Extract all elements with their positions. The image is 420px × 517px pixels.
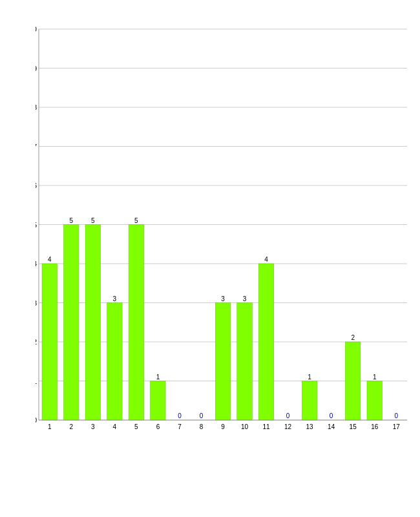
svg-text:14: 14 <box>328 423 335 430</box>
svg-text:16: 16 <box>371 423 379 430</box>
svg-text:0: 0 <box>330 412 333 419</box>
svg-text:1: 1 <box>308 374 311 381</box>
chart-container: 012345678910 415253345516070839310411012… <box>0 0 420 517</box>
svg-rect-32 <box>345 342 360 420</box>
svg-text:0: 0 <box>178 412 182 419</box>
svg-text:13: 13 <box>306 423 314 430</box>
svg-text:4: 4 <box>113 423 117 430</box>
svg-text:0: 0 <box>36 416 37 424</box>
svg-rect-29 <box>237 303 252 421</box>
svg-text:6: 6 <box>156 423 160 430</box>
svg-text:5: 5 <box>134 217 138 224</box>
svg-text:4: 4 <box>36 260 37 268</box>
svg-rect-26 <box>129 225 143 421</box>
svg-text:10: 10 <box>36 25 37 33</box>
svg-text:5: 5 <box>70 217 74 224</box>
svg-rect-23 <box>64 225 79 421</box>
svg-text:5: 5 <box>36 221 37 229</box>
svg-text:5: 5 <box>134 423 138 430</box>
svg-text:9: 9 <box>221 423 225 430</box>
bar-chart: 012345678910 415253345516070839310411012… <box>36 23 410 452</box>
svg-rect-33 <box>367 381 382 421</box>
chart-title <box>0 0 420 10</box>
svg-text:0: 0 <box>394 412 398 419</box>
svg-text:1: 1 <box>48 423 52 430</box>
svg-text:3: 3 <box>91 423 95 430</box>
svg-text:0: 0 <box>200 412 204 419</box>
svg-text:2: 2 <box>351 334 355 341</box>
svg-text:11: 11 <box>262 423 270 430</box>
svg-text:1: 1 <box>373 374 377 381</box>
svg-text:12: 12 <box>284 423 292 430</box>
svg-text:3: 3 <box>243 295 247 302</box>
svg-text:7: 7 <box>36 143 37 151</box>
svg-rect-30 <box>258 264 273 420</box>
svg-text:9: 9 <box>36 65 37 72</box>
svg-text:2: 2 <box>70 423 74 430</box>
svg-rect-27 <box>151 381 165 421</box>
svg-rect-28 <box>215 303 230 421</box>
svg-text:3: 3 <box>113 295 117 302</box>
svg-rect-25 <box>107 303 122 421</box>
svg-rect-22 <box>42 264 57 420</box>
svg-rect-31 <box>302 381 317 421</box>
svg-text:7: 7 <box>178 423 182 430</box>
svg-text:1: 1 <box>156 374 160 381</box>
svg-text:5: 5 <box>91 217 95 224</box>
svg-text:0: 0 <box>286 412 290 419</box>
svg-text:8: 8 <box>36 103 37 111</box>
svg-text:6: 6 <box>36 182 37 189</box>
svg-text:3: 3 <box>36 299 37 307</box>
svg-text:1: 1 <box>36 377 37 385</box>
svg-text:4: 4 <box>264 256 268 263</box>
svg-text:10: 10 <box>241 423 249 430</box>
svg-text:15: 15 <box>350 423 357 430</box>
svg-text:3: 3 <box>221 295 225 302</box>
svg-text:8: 8 <box>200 423 204 430</box>
svg-text:4: 4 <box>48 256 52 263</box>
svg-text:2: 2 <box>36 338 37 346</box>
svg-text:17: 17 <box>393 423 401 430</box>
svg-rect-24 <box>85 225 100 421</box>
